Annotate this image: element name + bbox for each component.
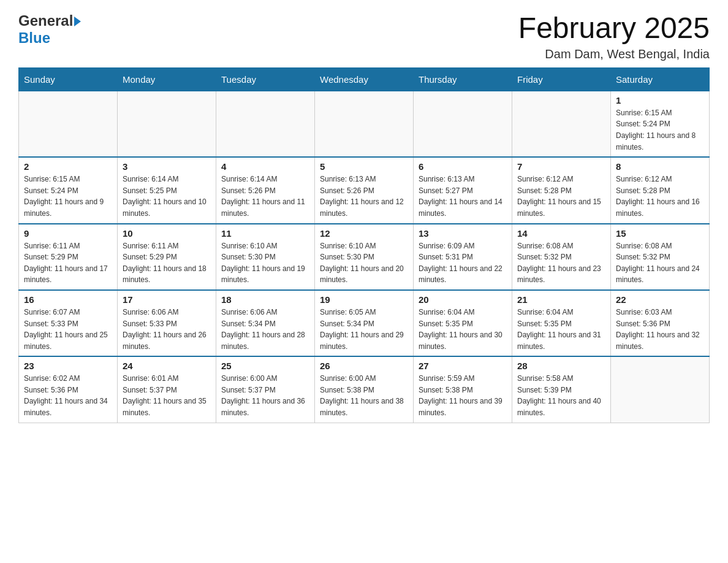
day-number: 20 [419,294,507,305]
header-saturday: Saturday [611,67,710,91]
day-number: 11 [221,228,309,239]
table-cell: 6Sunrise: 6:13 AMSunset: 5:27 PMDaylight… [414,157,512,223]
day-number: 27 [419,361,507,371]
day-number: 12 [320,228,408,239]
logo-blue-text: Blue [18,29,50,46]
table-cell: 26Sunrise: 6:00 AMSunset: 5:38 PMDayligh… [315,356,414,423]
day-number: 28 [517,361,605,371]
day-info: Sunrise: 6:01 AMSunset: 5:37 PMDaylight:… [123,373,211,418]
day-info: Sunrise: 6:04 AMSunset: 5:35 PMDaylight:… [517,307,605,352]
day-info: Sunrise: 6:11 AMSunset: 5:29 PMDaylight:… [123,240,211,286]
title-area: February 2025 Dam Dam, West Bengal, Indi… [518,12,710,61]
table-cell: 14Sunrise: 6:08 AMSunset: 5:32 PMDayligh… [512,224,611,290]
table-cell: 5Sunrise: 6:13 AMSunset: 5:26 PMDaylight… [315,157,414,223]
day-number: 22 [616,294,704,305]
table-cell [512,91,611,157]
day-number: 18 [221,294,309,305]
logo: General Blue [18,12,81,47]
table-cell: 23Sunrise: 6:02 AMSunset: 5:36 PMDayligh… [19,356,118,423]
table-cell [315,91,414,157]
day-number: 6 [419,161,507,172]
day-info: Sunrise: 6:14 AMSunset: 5:25 PMDaylight:… [123,174,211,219]
day-number: 21 [517,294,605,305]
day-info: Sunrise: 6:14 AMSunset: 5:26 PMDaylight:… [221,174,309,219]
header-wednesday: Wednesday [315,67,414,91]
week-row-4: 16Sunrise: 6:07 AMSunset: 5:33 PMDayligh… [19,290,710,356]
table-cell [19,91,118,157]
day-info: Sunrise: 6:09 AMSunset: 5:31 PMDaylight:… [419,240,507,286]
day-info: Sunrise: 6:13 AMSunset: 5:26 PMDaylight:… [320,174,408,219]
day-info: Sunrise: 6:04 AMSunset: 5:35 PMDaylight:… [419,307,507,352]
day-info: Sunrise: 6:13 AMSunset: 5:27 PMDaylight:… [419,174,507,219]
day-number: 7 [517,161,605,172]
day-info: Sunrise: 6:10 AMSunset: 5:30 PMDaylight:… [320,240,408,286]
table-cell: 11Sunrise: 6:10 AMSunset: 5:30 PMDayligh… [216,224,315,290]
table-cell: 13Sunrise: 6:09 AMSunset: 5:31 PMDayligh… [414,224,512,290]
day-number: 9 [24,228,112,239]
day-info: Sunrise: 6:05 AMSunset: 5:34 PMDaylight:… [320,307,408,352]
header-thursday: Thursday [414,67,512,91]
day-info: Sunrise: 6:15 AMSunset: 5:24 PMDaylight:… [616,107,704,153]
day-number: 26 [320,361,408,371]
table-cell: 3Sunrise: 6:14 AMSunset: 5:25 PMDaylight… [118,157,216,223]
table-cell: 1Sunrise: 6:15 AMSunset: 5:24 PMDaylight… [611,91,710,157]
table-cell [611,356,710,423]
table-cell: 4Sunrise: 6:14 AMSunset: 5:26 PMDaylight… [216,157,315,223]
table-cell: 17Sunrise: 6:06 AMSunset: 5:33 PMDayligh… [118,290,216,356]
day-number: 23 [24,361,112,371]
day-info: Sunrise: 6:08 AMSunset: 5:32 PMDaylight:… [616,240,704,286]
header-tuesday: Tuesday [216,67,315,91]
table-cell [118,91,216,157]
logo-arrow-icon [74,17,81,26]
week-row-1: 1Sunrise: 6:15 AMSunset: 5:24 PMDaylight… [19,91,710,157]
table-cell: 8Sunrise: 6:12 AMSunset: 5:28 PMDaylight… [611,157,710,223]
day-number: 19 [320,294,408,305]
table-cell: 28Sunrise: 5:58 AMSunset: 5:39 PMDayligh… [512,356,611,423]
day-info: Sunrise: 6:08 AMSunset: 5:32 PMDaylight:… [517,240,605,286]
day-info: Sunrise: 6:12 AMSunset: 5:28 PMDaylight:… [517,174,605,219]
day-number: 14 [517,228,605,239]
table-cell: 2Sunrise: 6:15 AMSunset: 5:24 PMDaylight… [19,157,118,223]
day-info: Sunrise: 6:07 AMSunset: 5:33 PMDaylight:… [24,307,112,352]
table-cell: 9Sunrise: 6:11 AMSunset: 5:29 PMDaylight… [19,224,118,290]
day-info: Sunrise: 6:03 AMSunset: 5:36 PMDaylight:… [616,307,704,352]
table-cell: 24Sunrise: 6:01 AMSunset: 5:37 PMDayligh… [118,356,216,423]
day-number: 15 [616,228,704,239]
table-cell [414,91,512,157]
day-number: 25 [221,361,309,371]
table-cell: 19Sunrise: 6:05 AMSunset: 5:34 PMDayligh… [315,290,414,356]
table-cell: 22Sunrise: 6:03 AMSunset: 5:36 PMDayligh… [611,290,710,356]
week-row-2: 2Sunrise: 6:15 AMSunset: 5:24 PMDaylight… [19,157,710,223]
table-cell [216,91,315,157]
day-info: Sunrise: 6:11 AMSunset: 5:29 PMDaylight:… [24,240,112,286]
day-number: 10 [123,228,211,239]
day-info: Sunrise: 6:06 AMSunset: 5:34 PMDaylight:… [221,307,309,352]
day-number: 24 [123,361,211,371]
day-number: 13 [419,228,507,239]
day-info: Sunrise: 6:10 AMSunset: 5:30 PMDaylight:… [221,240,309,286]
header-friday: Friday [512,67,611,91]
header-sunday: Sunday [19,67,118,91]
table-cell: 15Sunrise: 6:08 AMSunset: 5:32 PMDayligh… [611,224,710,290]
day-number: 8 [616,161,704,172]
table-cell: 18Sunrise: 6:06 AMSunset: 5:34 PMDayligh… [216,290,315,356]
week-row-3: 9Sunrise: 6:11 AMSunset: 5:29 PMDaylight… [19,224,710,290]
day-info: Sunrise: 6:02 AMSunset: 5:36 PMDaylight:… [24,373,112,418]
day-number: 2 [24,161,112,172]
day-info: Sunrise: 6:06 AMSunset: 5:33 PMDaylight:… [123,307,211,352]
calendar-table: Sunday Monday Tuesday Wednesday Thursday… [18,67,710,423]
day-number: 5 [320,161,408,172]
table-cell: 12Sunrise: 6:10 AMSunset: 5:30 PMDayligh… [315,224,414,290]
table-cell: 10Sunrise: 6:11 AMSunset: 5:29 PMDayligh… [118,224,216,290]
week-row-5: 23Sunrise: 6:02 AMSunset: 5:36 PMDayligh… [19,356,710,423]
day-info: Sunrise: 6:00 AMSunset: 5:38 PMDaylight:… [320,373,408,418]
day-number: 3 [123,161,211,172]
day-number: 16 [24,294,112,305]
table-cell: 27Sunrise: 5:59 AMSunset: 5:38 PMDayligh… [414,356,512,423]
table-cell: 20Sunrise: 6:04 AMSunset: 5:35 PMDayligh… [414,290,512,356]
day-info: Sunrise: 6:12 AMSunset: 5:28 PMDaylight:… [616,174,704,219]
table-cell: 7Sunrise: 6:12 AMSunset: 5:28 PMDaylight… [512,157,611,223]
page-header: General Blue February 2025 Dam Dam, West… [18,12,710,61]
day-info: Sunrise: 6:15 AMSunset: 5:24 PMDaylight:… [24,174,112,219]
month-title: February 2025 [518,12,710,45]
